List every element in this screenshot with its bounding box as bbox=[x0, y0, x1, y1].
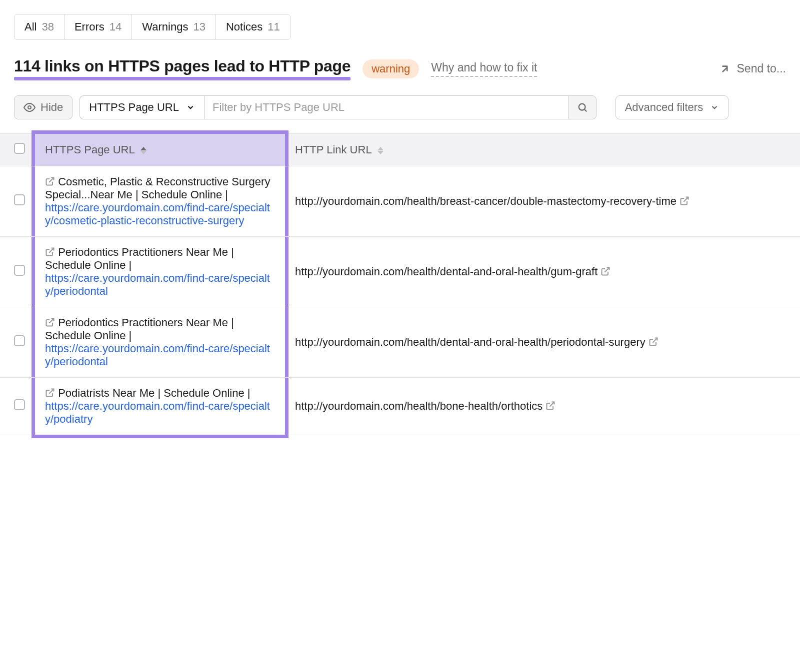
search-button[interactable] bbox=[568, 95, 596, 119]
svg-line-6 bbox=[605, 268, 610, 272]
table-body: Cosmetic, Plastic & Reconstructive Surge… bbox=[0, 166, 800, 435]
severity-tabs: All 38 Errors 14 Warnings 13 Notices 11 bbox=[14, 14, 290, 40]
filter-group: HTTPS Page URL bbox=[80, 95, 596, 119]
tab-label: Notices bbox=[226, 20, 262, 33]
tab-count: 11 bbox=[268, 20, 280, 33]
table-row: Cosmetic, Plastic & Reconstructive Surge… bbox=[0, 166, 800, 237]
issue-heading-row: 114 links on HTTPS pages lead to HTTP pa… bbox=[14, 57, 786, 80]
tab-label: All bbox=[24, 20, 36, 33]
https-page-link[interactable]: https://care.yourdomain.com/find-care/sp… bbox=[45, 272, 270, 297]
col-http-url-label: HTTP Link URL bbox=[295, 143, 372, 156]
svg-point-1 bbox=[578, 104, 585, 110]
warning-badge: warning bbox=[362, 59, 419, 78]
svg-line-5 bbox=[49, 248, 54, 253]
issue-title-block: 114 links on HTTPS pages lead to HTTP pa… bbox=[14, 57, 350, 80]
advanced-filters-label: Advanced filters bbox=[625, 101, 704, 114]
column-select-value: HTTPS Page URL bbox=[89, 101, 179, 114]
search-icon bbox=[577, 102, 588, 113]
svg-line-3 bbox=[49, 178, 54, 182]
http-link-url: http://yourdomain.com/health/dental-and-… bbox=[295, 265, 600, 278]
tab-count: 14 bbox=[110, 20, 122, 33]
send-to-label: Send to... bbox=[737, 62, 786, 75]
page-title-text: Periodontics Practitioners Near Me | Sch… bbox=[45, 316, 234, 342]
tab-label: Errors bbox=[74, 20, 104, 33]
svg-line-10 bbox=[550, 402, 554, 407]
svg-line-9 bbox=[49, 389, 54, 394]
send-arrow-icon bbox=[719, 62, 732, 75]
external-link-icon bbox=[45, 176, 55, 186]
page-title-text: Periodontics Practitioners Near Me | Sch… bbox=[45, 246, 234, 271]
eye-icon bbox=[24, 101, 36, 113]
tab-label: Warnings bbox=[142, 20, 188, 33]
table-row: Periodontics Practitioners Near Me | Sch… bbox=[0, 307, 800, 378]
col-https-url[interactable]: HTTPS Page URL bbox=[35, 134, 285, 166]
col-http-url[interactable]: HTTP Link URL bbox=[285, 134, 800, 166]
col-https-url-label: HTTPS Page URL bbox=[45, 143, 134, 156]
hide-button[interactable]: Hide bbox=[14, 95, 72, 119]
external-link-icon bbox=[45, 247, 55, 257]
external-link-icon[interactable] bbox=[680, 196, 690, 206]
https-page-link[interactable]: https://care.yourdomain.com/find-care/sp… bbox=[45, 342, 270, 368]
svg-line-8 bbox=[652, 338, 657, 343]
page-title-text: Podiatrists Near Me | Schedule Online | bbox=[58, 387, 250, 399]
table-row: Periodontics Practitioners Near Me | Sch… bbox=[0, 237, 800, 307]
external-link-icon[interactable] bbox=[600, 266, 610, 276]
http-link-url: http://yourdomain.com/health/bone-health… bbox=[295, 400, 546, 412]
tab-count: 13 bbox=[193, 20, 205, 33]
tab-errors[interactable]: Errors 14 bbox=[64, 14, 132, 39]
row-checkbox[interactable] bbox=[14, 399, 25, 410]
row-checkbox[interactable] bbox=[14, 265, 25, 276]
chevron-down-icon bbox=[186, 103, 195, 112]
column-select-dropdown[interactable]: HTTPS Page URL bbox=[80, 95, 204, 119]
svg-line-7 bbox=[49, 319, 54, 323]
advanced-filters-button[interactable]: Advanced filters bbox=[616, 95, 729, 119]
title-underline bbox=[14, 77, 350, 80]
tab-warnings[interactable]: Warnings 13 bbox=[132, 14, 216, 39]
external-link-icon[interactable] bbox=[648, 337, 658, 347]
svg-point-0 bbox=[28, 106, 31, 109]
http-link-url: http://yourdomain.com/health/dental-and-… bbox=[295, 336, 648, 348]
external-link-icon bbox=[45, 317, 55, 327]
controls-row: Hide HTTPS Page URL Advanced filters bbox=[14, 95, 786, 119]
select-all-checkbox[interactable] bbox=[14, 143, 25, 154]
https-page-link[interactable]: https://care.yourdomain.com/find-care/sp… bbox=[45, 201, 270, 227]
chevron-down-icon bbox=[710, 103, 719, 112]
send-to-button[interactable]: Send to... bbox=[719, 62, 786, 75]
https-page-link[interactable]: https://care.yourdomain.com/find-care/sp… bbox=[45, 400, 270, 425]
external-link-icon[interactable] bbox=[546, 401, 556, 411]
row-checkbox[interactable] bbox=[14, 194, 25, 205]
tab-all[interactable]: All 38 bbox=[14, 14, 64, 39]
svg-line-4 bbox=[684, 197, 688, 202]
page-title-text: Cosmetic, Plastic & Reconstructive Surge… bbox=[45, 175, 270, 201]
external-link-icon bbox=[45, 388, 55, 398]
row-checkbox[interactable] bbox=[14, 335, 25, 346]
sort-icon bbox=[378, 147, 384, 154]
tab-count: 38 bbox=[42, 20, 54, 33]
table-row: Podiatrists Near Me | Schedule Online | … bbox=[0, 378, 800, 435]
http-link-url: http://yourdomain.com/health/breast-canc… bbox=[295, 195, 680, 207]
filter-input[interactable] bbox=[204, 95, 568, 119]
how-to-fix-link[interactable]: Why and how to fix it bbox=[431, 61, 537, 77]
tab-notices[interactable]: Notices 11 bbox=[216, 14, 290, 39]
issues-table: HTTPS Page URL HTTP Link URL Cosmetic, P… bbox=[0, 133, 800, 435]
hide-label: Hide bbox=[40, 101, 63, 114]
sort-icon bbox=[140, 147, 146, 154]
select-all-header bbox=[0, 134, 35, 166]
svg-line-2 bbox=[584, 109, 586, 111]
